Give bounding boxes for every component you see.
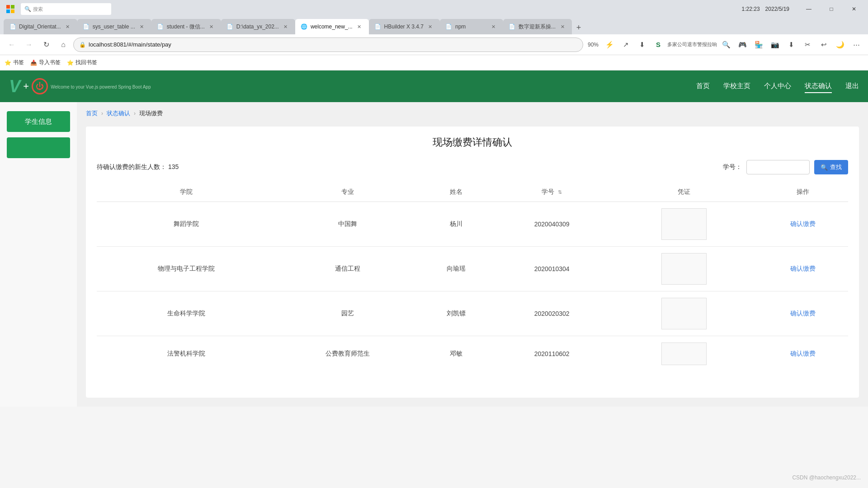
windows-start[interactable] xyxy=(4,2,17,16)
nav-logout[interactable]: 退出 xyxy=(845,80,859,93)
col-major: 专业 xyxy=(276,183,420,202)
logo-plus: + xyxy=(23,80,29,92)
tab-close-5[interactable]: ✕ xyxy=(355,23,363,31)
download-icon2[interactable]: ⬇ xyxy=(784,38,798,52)
download-icon-nav[interactable]: ⬇ xyxy=(635,38,649,52)
nav-personal-center[interactable]: 个人中心 xyxy=(764,80,791,93)
page-title: 现场缴费详情确认 xyxy=(97,136,848,149)
cert-image-2 xyxy=(661,253,707,285)
moon-icon[interactable]: 🌙 xyxy=(833,38,847,52)
tab-close-8[interactable]: ✕ xyxy=(558,23,566,31)
tab-close-6[interactable]: ✕ xyxy=(426,23,434,31)
nav-icons: 90% ⚡ ↗ ⬇ S 多家公司退市警报拉响 🔍 🎮 🏪 📷 ⬇ ✂ ↩ 🌙 ⋯ xyxy=(586,38,863,52)
tab-close-3[interactable]: ✕ xyxy=(208,23,216,31)
cell-name-1: 杨川 xyxy=(420,202,493,247)
tab-title-1: Digital_Orientat... xyxy=(19,23,61,30)
nav-home[interactable]: 首页 xyxy=(696,80,710,93)
tab-sys-user[interactable]: 📄 sys_user_table ... ✕ xyxy=(77,19,151,34)
scissors-icon[interactable]: ✂ xyxy=(800,38,815,52)
cell-id-2: 2020010304 xyxy=(493,247,611,291)
search-button[interactable]: 🔍 查找 xyxy=(814,160,848,174)
tab-close-4[interactable]: ✕ xyxy=(282,23,290,31)
lightning-icon[interactable]: ⚡ xyxy=(602,38,617,52)
more-icon[interactable]: ⋯ xyxy=(849,38,863,52)
minimize-button[interactable]: — xyxy=(798,2,819,16)
maximize-button[interactable]: □ xyxy=(821,2,842,16)
share-icon[interactable]: ↗ xyxy=(618,38,633,52)
undo-icon[interactable]: ↩ xyxy=(816,38,831,52)
logo-text: Welcome to your Vue.js powered Spring Bo… xyxy=(51,84,151,89)
home-button[interactable]: ⌂ xyxy=(56,38,71,52)
svg-rect-3 xyxy=(11,9,14,13)
sidebar-btn-student-info[interactable]: 学生信息 xyxy=(7,111,70,132)
tab-student[interactable]: 📄 student - 微信... ✕ xyxy=(151,19,221,34)
bookmark-3[interactable]: ⭐ 找回书签 xyxy=(67,59,97,66)
tab-close-7[interactable]: ✕ xyxy=(490,23,498,31)
cell-major-3: 园艺 xyxy=(276,291,420,336)
search-input[interactable] xyxy=(746,160,810,174)
cert-image-3 xyxy=(661,298,707,329)
tab-close-1[interactable]: ✕ xyxy=(64,23,72,31)
tab-favicon-8: 📄 xyxy=(509,23,516,30)
clock: 1:22:23 xyxy=(742,6,760,12)
content-panel: 现场缴费详情确认 待确认缴费的新生人数： 135 学号： 🔍 查找 xyxy=(86,127,859,398)
tab-close-2[interactable]: ✕ xyxy=(138,23,146,31)
breadcrumb-parent[interactable]: 状态确认 xyxy=(107,109,130,117)
forward-button[interactable]: → xyxy=(22,38,36,52)
breadcrumb-home[interactable]: 首页 xyxy=(86,109,98,117)
col-student-id[interactable]: 学号 ⇅ xyxy=(493,183,611,202)
search-btn-icon: 🔍 xyxy=(821,164,828,171)
nav-school-main[interactable]: 学校主页 xyxy=(723,80,750,93)
tab-npm[interactable]: 📄 npm ✕ xyxy=(440,19,503,34)
app-nav: 首页 学校主页 个人中心 状态确认 退出 xyxy=(696,80,859,93)
header-row: 学院 专业 姓名 学号 ⇅ 凭证 操作 xyxy=(97,183,848,202)
close-button[interactable]: ✕ xyxy=(844,2,864,16)
cell-cert-4 xyxy=(611,336,758,372)
search-taskbar[interactable]: 🔍 搜索 xyxy=(21,3,111,15)
cell-cert-3 xyxy=(611,291,758,336)
camera-icon[interactable]: 📷 xyxy=(768,38,782,52)
cell-cert-2 xyxy=(611,247,758,291)
window-controls: 1:22:23 2022/5/19 — □ ✕ xyxy=(742,2,864,16)
nav-status-confirm[interactable]: 状态确认 xyxy=(805,80,832,93)
new-tab-button[interactable]: + xyxy=(572,21,585,34)
tab-title-6: HBuilder X 3.4.7 xyxy=(384,23,424,30)
tab-title-2: sys_user_table ... xyxy=(93,23,135,30)
tab-favicon-2: 📄 xyxy=(83,23,90,30)
search-area: 学号： 🔍 查找 xyxy=(723,160,848,174)
count-info: 待确认缴费的新生人数： 135 xyxy=(97,163,179,171)
bookmark-2[interactable]: 📥 导入书签 xyxy=(30,59,61,66)
tab-hbuilder[interactable]: 📄 HBuilder X 3.4.7 ✕ xyxy=(369,19,440,34)
tab-title-3: student - 微信... xyxy=(167,23,205,31)
confirm-pay-btn-1[interactable]: 确认缴费 xyxy=(790,220,816,227)
extensions-icon[interactable]: S xyxy=(651,38,665,52)
address-bar[interactable]: 🔒 localhost:8081/#/main/state/pay xyxy=(73,38,583,52)
confirm-pay-btn-4[interactable]: 确认缴费 xyxy=(790,350,816,357)
app-body: 学生信息 首页 › 状态确认 › 现场缴费 现场缴费详情确认 待确认缴费的新生人… xyxy=(0,102,868,407)
cell-name-2: 向瑜瑶 xyxy=(420,247,493,291)
tab-title-4: D:\data_yx_202... xyxy=(236,23,279,30)
tab-data-yx[interactable]: 📄 D:\data_yx_202... ✕ xyxy=(221,19,295,34)
search-nav-icon[interactable]: 🔍 xyxy=(719,38,733,52)
cell-major-4: 公费教育师范生 xyxy=(276,336,420,372)
confirm-pay-btn-3[interactable]: 确认缴费 xyxy=(790,310,816,317)
svg-rect-0 xyxy=(6,5,10,9)
tab-digital-orientat[interactable]: 📄 Digital_Orientat... ✕ xyxy=(4,19,77,34)
back-button[interactable]: ← xyxy=(5,38,19,52)
extension-label: 多家公司退市警报拉响 xyxy=(667,41,717,48)
games-icon[interactable]: 🎮 xyxy=(735,38,750,52)
secure-icon: 🔒 xyxy=(79,42,86,48)
nav-bar: ← → ↻ ⌂ 🔒 localhost:8081/#/main/state/pa… xyxy=(0,34,868,55)
refresh-button[interactable]: ↻ xyxy=(39,38,53,52)
app-logo: V + ⏻ Welcome to your Vue.js powered Spr… xyxy=(9,78,151,95)
bookmark-1[interactable]: ⭐ 书签 xyxy=(5,59,24,66)
cert-image-1 xyxy=(661,208,707,240)
tab-favicon-6: 📄 xyxy=(374,23,382,30)
confirm-pay-btn-2[interactable]: 确认缴费 xyxy=(790,265,816,272)
tab-welcome-new[interactable]: 🌐 welcome_new_... ✕ xyxy=(295,19,369,34)
tab-favicon-4: 📄 xyxy=(226,23,234,30)
store-icon[interactable]: 🏪 xyxy=(751,38,766,52)
sidebar-btn-onsite-pay[interactable] xyxy=(7,137,70,158)
cell-cert-1 xyxy=(611,202,758,247)
tab-digital-system[interactable]: 📄 数字迎新系操... ✕ xyxy=(503,19,572,34)
